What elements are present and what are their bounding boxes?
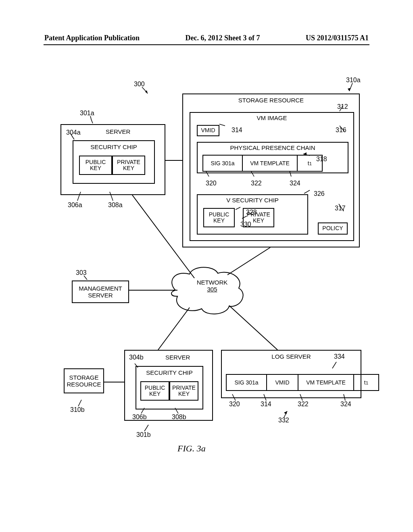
security-chip-301a-box: SECURITY CHIP PUBLIC KEY PRIVATE KEY	[73, 140, 155, 184]
ref-318: 318	[316, 156, 327, 163]
mgmt-server-box: MANAGEMENT SERVER	[72, 281, 129, 303]
figure-area: 301a SERVER 304a SECURITY CHIP PUBLIC KE…	[52, 73, 367, 476]
log-server-box: LOG SERVER 334 SIG 301a VMID VM TEMPLATE…	[221, 350, 361, 398]
log-entry-332-row: SIG 301a VMID VM TEMPLATE t1	[226, 374, 379, 391]
ref-300: 300	[134, 81, 145, 88]
ref-304b: 304b	[129, 354, 144, 361]
ref-332: 332	[278, 417, 289, 424]
svg-line-2	[227, 247, 270, 275]
storage-resource-310b-box: STORAGE RESOURCE	[64, 368, 104, 393]
log-t1: t1	[353, 374, 379, 391]
ref-314-bottom: 314	[261, 401, 271, 408]
ppc-vm-template: VM TEMPLATE	[242, 155, 297, 172]
ref-306b: 306b	[132, 414, 147, 421]
storage-resource-310b-label: STORAGE RESOURCE	[65, 374, 103, 388]
page: Patent Application Publication Dec. 6, 2…	[0, 0, 413, 532]
v-security-chip-title: V SECURITY CHIP	[198, 197, 307, 204]
ref-310b: 310b	[70, 406, 85, 414]
policy-box: POLICY	[318, 222, 348, 235]
network-label: NETWORK 305	[192, 279, 232, 293]
public-key-301a: PUBLIC KEY	[79, 156, 112, 175]
svg-marker-10	[284, 411, 287, 414]
ref-330: 330	[240, 221, 251, 228]
ppc-t1-sub: 1	[309, 161, 312, 166]
network-text: NETWORK	[197, 279, 228, 286]
ref-324-top: 324	[290, 180, 300, 187]
private-key-301b: PRIVATE KEY	[169, 381, 198, 401]
server-301a-title: SERVER	[106, 128, 130, 135]
ref-312: 312	[337, 103, 348, 110]
ref-314-top: 314	[232, 127, 242, 134]
ref-324-bottom: 324	[340, 401, 351, 408]
ref-320-bottom: 320	[229, 401, 240, 408]
log-vm-template: VM TEMPLATE	[298, 374, 353, 391]
log-sig: SIG 301a	[226, 374, 266, 391]
log-t1-sub: 1	[366, 380, 368, 385]
ref-308a: 308a	[108, 202, 123, 209]
network-id: 305	[207, 286, 217, 293]
header-left: Patent Application Publication	[44, 34, 140, 42]
vm-image-box: VM IMAGE VMID 314 316 PHYSICAL PRESENCE …	[190, 112, 354, 241]
vmid-box: VMID	[197, 125, 219, 136]
ref-317: 317	[335, 205, 346, 212]
v-security-chip-box: V SECURITY CHIP PUBLIC KEY PRIVATE KEY 3…	[197, 194, 308, 235]
log-vmid: VMID	[266, 374, 298, 391]
server-301b-title: SERVER	[165, 354, 190, 361]
svg-marker-7	[145, 90, 148, 94]
ppc-sig: SIG 301a	[202, 155, 242, 172]
ref-328: 328	[246, 209, 257, 216]
header-right: US 2012/0311575 A1	[306, 34, 369, 42]
ref-304a: 304a	[66, 129, 81, 136]
ref-322-top: 322	[251, 180, 262, 187]
ref-326: 326	[314, 190, 325, 197]
private-key-301a: PRIVATE KEY	[112, 156, 145, 175]
ref-303: 303	[76, 269, 87, 276]
ppc-entry-318-row: SIG 301a VM TEMPLATE t1	[202, 155, 323, 172]
ref-334: 334	[334, 353, 345, 360]
figure-caption: FIG. 3a	[177, 443, 206, 454]
mgmt-server-label: MANAGEMENT SERVER	[73, 285, 128, 299]
header-center: Dec. 6, 2012 Sheet 3 of 7	[186, 34, 260, 42]
ref-306a: 306a	[68, 202, 82, 209]
storage-resource-310a-box: STORAGE RESOURCE 312 VM IMAGE VMID 314 3…	[182, 94, 360, 247]
ref-320-top: 320	[206, 180, 217, 187]
server-301b-box: SERVER 304b SECURITY CHIP PUBLIC KEY PRI…	[124, 350, 213, 421]
ref-301b: 301b	[136, 431, 151, 438]
ref-310a: 310a	[346, 77, 361, 84]
v-public-key: PUBLIC KEY	[203, 208, 235, 227]
ref-316: 316	[336, 127, 346, 134]
storage-resource-310a-title: STORAGE RESOURCE	[183, 97, 359, 104]
svg-marker-8	[348, 88, 351, 91]
page-header: Patent Application Publication Dec. 6, 2…	[44, 34, 369, 42]
ref-322-bottom: 322	[298, 401, 309, 408]
ppc-title: PHYSICAL PRESENCE CHAIN	[198, 144, 348, 151]
vm-image-title: VM IMAGE	[190, 114, 353, 121]
public-key-301b: PUBLIC KEY	[140, 381, 169, 401]
server-301a-box: SERVER 304a SECURITY CHIP PUBLIC KEY PRI…	[60, 124, 165, 195]
security-chip-301b-title: SECURITY CHIP	[136, 369, 202, 376]
security-chip-301a-title: SECURITY CHIP	[73, 143, 154, 150]
svg-line-4	[158, 308, 190, 350]
ref-301a: 301a	[80, 110, 94, 117]
header-rule	[44, 44, 369, 45]
svg-line-5	[229, 305, 277, 350]
security-chip-301b-box: SECURITY CHIP PUBLIC KEY PRIVATE KEY	[136, 366, 203, 409]
ref-308b: 308b	[172, 414, 186, 421]
